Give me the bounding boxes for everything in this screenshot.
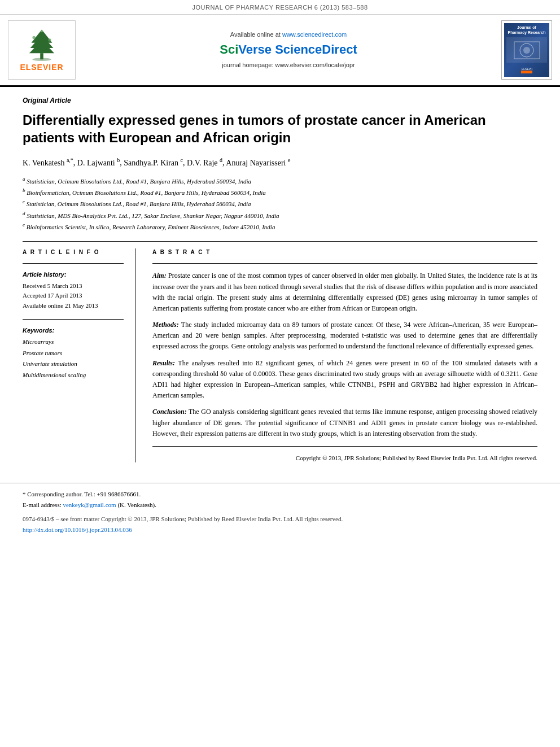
affiliation-e: e Bioinformatics Scientist, In silico, R…: [23, 221, 537, 232]
article-info-heading: A R T I C L E I N F O: [23, 248, 124, 256]
abstract-results: Results: The analyses resulted into 82 s…: [152, 358, 537, 401]
affiliation-c: c Statistician, Ocimum Biosolutions Ltd.…: [23, 198, 537, 209]
divider-keywords: [23, 319, 124, 320]
received-text: Received 5 March 2013: [23, 281, 124, 291]
two-column-section: A R T I C L E I N F O Article history: R…: [23, 248, 537, 462]
svg-text:ELSEVIER: ELSEVIER: [522, 67, 532, 71]
journal-cover-title: Journal ofPharmacy Research: [508, 25, 546, 35]
abstract-heading: A B S T R A C T: [152, 248, 537, 256]
affiliation-d: d Statistician, MDS Bio-Analytics Pvt. L…: [23, 209, 537, 221]
footer-bottom: 0974-6943/$ – see front matter Copyright…: [23, 514, 537, 525]
affiliation-b: b Bioinformatician, Ocimum Biosolutions …: [23, 186, 537, 198]
aim-text: Prostate cancer is one of the most commo…: [152, 272, 537, 312]
elsevier-small-icon: ELSEVIER: [521, 65, 532, 73]
svg-point-6: [48, 38, 51, 42]
keyword-2: Prostate tumors: [23, 348, 124, 359]
available-text: Available online 21 May 2013: [23, 301, 124, 311]
methods-label: Methods:: [152, 321, 179, 329]
elsevier-brand-text: ELSEVIER: [20, 62, 63, 73]
accepted-text: Accepted 17 April 2013: [23, 291, 124, 301]
abstract-methods: Methods: The study included microarray d…: [152, 320, 537, 352]
cover-graphic-icon: [511, 39, 542, 62]
email-label: E-mail address:: [23, 501, 62, 508]
elsevier-logo: ELSEVIER: [8, 20, 76, 80]
divider-abstract: [152, 263, 537, 264]
content-area: Original Article Differentially expresse…: [0, 87, 560, 471]
email-person: (K. Venkatesh).: [117, 501, 156, 508]
results-text: The analyses resulted into 82 significan…: [152, 359, 537, 400]
journal-cover: Journal ofPharmacy Research ELSEVIER: [501, 20, 552, 80]
authors-line: K. Venkatesh a,*, D. Lajwanti b, Sandhya…: [23, 156, 537, 169]
header-section: ELSEVIER Available online at www.science…: [0, 15, 560, 87]
divider-1: [23, 241, 537, 242]
center-header: Available online at www.sciencedirect.co…: [81, 20, 496, 80]
methods-text: The study included microarray data on 89…: [152, 321, 537, 350]
sciverse-logo: SciVerse ScienceDirect: [220, 41, 357, 59]
keywords-label: Keywords:: [23, 326, 124, 335]
article-info-column: A R T I C L E I N F O Article history: R…: [23, 248, 135, 462]
svg-point-7: [41, 30, 43, 33]
journal-header-bar: JOURNAL OF PHARMACY RESEARCH 6 (2013) 58…: [0, 0, 560, 15]
conclusion-label: Conclusion:: [152, 408, 187, 416]
keywords-list: Microarrays Prostate tumors Univariate s…: [23, 337, 124, 381]
sciverse-text: SciVerse ScienceDirect: [220, 41, 357, 59]
email-link[interactable]: venkeyk@gmail.com: [63, 501, 116, 508]
keyword-1: Microarrays: [23, 337, 124, 348]
doi-line: http://dx.doi.org/10.1016/j.jopr.2013.04…: [23, 525, 537, 535]
affiliations: a Statistician, Ocimum Biosolutions Ltd.…: [23, 175, 537, 233]
svg-rect-11: [521, 71, 532, 73]
divider-info: [23, 263, 124, 264]
results-label: Results:: [152, 359, 175, 367]
aim-label: Aim:: [152, 272, 167, 279]
article-type: Original Article: [23, 96, 537, 106]
journal-cover-inner: Journal ofPharmacy Research ELSEVIER: [504, 23, 549, 77]
copyright-text: Copyright © 2013, JPR Solutions; Publish…: [152, 453, 537, 463]
homepage-text: journal homepage: www.elsevier.com/locat…: [222, 61, 355, 69]
elsevier-tree-icon: [19, 27, 64, 61]
abstract-conclusion: Conclusion: The GO analysis considering …: [152, 407, 537, 439]
issn-text: 0974-6943/$ – see front matter Copyright…: [23, 514, 343, 525]
available-online-text: Available online at www.sciencedirect.co…: [230, 30, 347, 39]
affiliation-a: a Statistician, Ocimum Biosolutions Ltd.…: [23, 175, 537, 186]
abstract-column: A B S T R A C T Aim: Prostate cancer is …: [152, 248, 537, 462]
keyword-4: Multidimensional scaling: [23, 370, 124, 381]
svg-point-5: [32, 36, 36, 40]
footer-corresponding: * Corresponding author. Tel.: +91 968667…: [23, 489, 537, 510]
abstract-aim: Aim: Prostate cancer is one of the most …: [152, 270, 537, 314]
verse-part: Verse ScienceDirect: [238, 42, 357, 56]
corresponding-note: * Corresponding author. Tel.: +91 968667…: [23, 491, 141, 497]
conclusion-text: The GO analysis considering significant …: [152, 408, 537, 437]
sciencedirect-link[interactable]: www.sciencedirect.com: [282, 31, 347, 38]
svg-point-10: [523, 47, 530, 54]
svg-point-1: [32, 58, 51, 62]
divider-copyright: [152, 446, 537, 447]
keywords-group: Keywords: Microarrays Prostate tumors Un…: [23, 326, 124, 382]
article-history-group: Article history: Received 5 March 2013 A…: [23, 270, 124, 311]
footer-area: * Corresponding author. Tel.: +91 968667…: [0, 483, 560, 540]
article-title: Differentially expressed genes in tumors…: [23, 111, 537, 146]
doi-link[interactable]: http://dx.doi.org/10.1016/j.jopr.2013.04…: [23, 526, 132, 533]
history-label: Article history:: [23, 270, 124, 279]
keyword-3: Univariate simulation: [23, 359, 124, 370]
journal-title-bar: JOURNAL OF PHARMACY RESEARCH 6 (2013) 58…: [192, 4, 368, 11]
journal-cover-bottom: ELSEVIER: [521, 65, 532, 75]
sci-part: Sci: [220, 42, 238, 56]
